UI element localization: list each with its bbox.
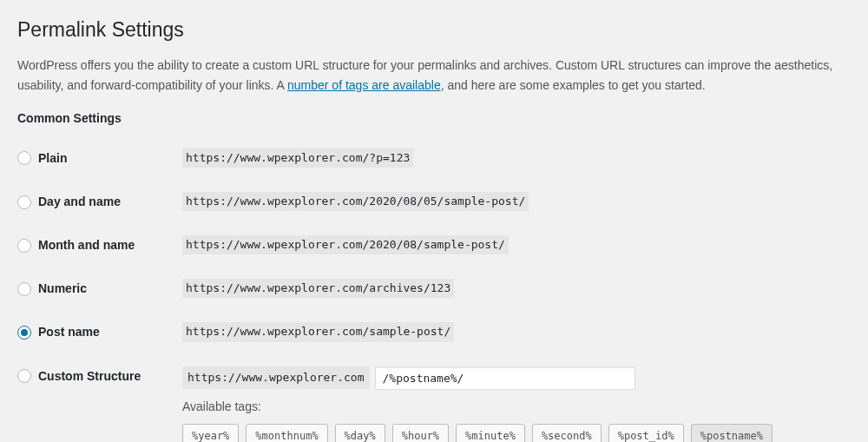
example-day-name: https://www.wpexplorer.com/2020/08/05/sa…: [182, 192, 529, 211]
option-post-name-row: Post name https://www.wpexplorer.com/sam…: [17, 322, 851, 341]
tags-available-link[interactable]: number of tags are available: [287, 78, 441, 92]
label-numeric[interactable]: Numeric: [38, 280, 87, 298]
tag-year-button[interactable]: %year%: [182, 424, 239, 442]
label-month-name[interactable]: Month and name: [38, 237, 135, 254]
option-month-name-row: Month and name https://www.wpexplorer.co…: [17, 235, 851, 254]
radio-numeric[interactable]: [17, 282, 31, 296]
tag-day-button[interactable]: %day%: [335, 424, 385, 442]
custom-base-url: https://www.wpexplorer.com: [182, 366, 370, 389]
radio-day-name[interactable]: [17, 195, 31, 209]
tag-postname-button[interactable]: %postname%: [691, 424, 773, 442]
label-custom[interactable]: Custom Structure: [38, 368, 141, 386]
label-day-name[interactable]: Day and name: [38, 194, 121, 211]
example-numeric: https://www.wpexplorer.com/archives/123: [182, 279, 454, 298]
description-suffix: , and here are some examples to get you …: [441, 78, 706, 92]
option-day-name-row: Day and name https://www.wpexplorer.com/…: [17, 192, 851, 211]
custom-structure-input[interactable]: [375, 366, 635, 390]
radio-custom[interactable]: [17, 369, 31, 383]
description: WordPress offers you the ability to crea…: [17, 56, 851, 95]
example-post-name: https://www.wpexplorer.com/sample-post/: [182, 322, 454, 341]
available-tags-label: Available tags:: [182, 399, 851, 416]
permalink-options: Plain https://www.wpexplorer.com/?p=123 …: [17, 148, 851, 442]
radio-month-name[interactable]: [17, 239, 31, 253]
tag-second-button[interactable]: %second%: [532, 424, 602, 442]
tag-buttons: %year% %monthnum% %day% %hour% %minute% …: [182, 424, 851, 442]
option-numeric-row: Numeric https://www.wpexplorer.com/archi…: [17, 279, 851, 298]
tag-minute-button[interactable]: %minute%: [456, 424, 525, 442]
radio-plain[interactable]: [17, 151, 31, 165]
example-month-name: https://www.wpexplorer.com/2020/08/sampl…: [182, 235, 509, 254]
tag-hour-button[interactable]: %hour%: [392, 424, 449, 442]
common-settings-heading: Common Settings: [17, 110, 851, 128]
option-custom-row: Custom Structure https://www.wpexplorer.…: [17, 366, 851, 443]
radio-post-name[interactable]: [17, 326, 31, 340]
page-title: Permalink Settings: [17, 16, 851, 43]
option-plain-row: Plain https://www.wpexplorer.com/?p=123: [17, 148, 851, 168]
example-plain: https://www.wpexplorer.com/?p=123: [182, 148, 413, 168]
label-post-name[interactable]: Post name: [38, 324, 100, 341]
tag-post-id-button[interactable]: %post_id%: [608, 424, 684, 442]
label-plain[interactable]: Plain: [38, 150, 67, 168]
tag-monthnum-button[interactable]: %monthnum%: [246, 424, 327, 442]
